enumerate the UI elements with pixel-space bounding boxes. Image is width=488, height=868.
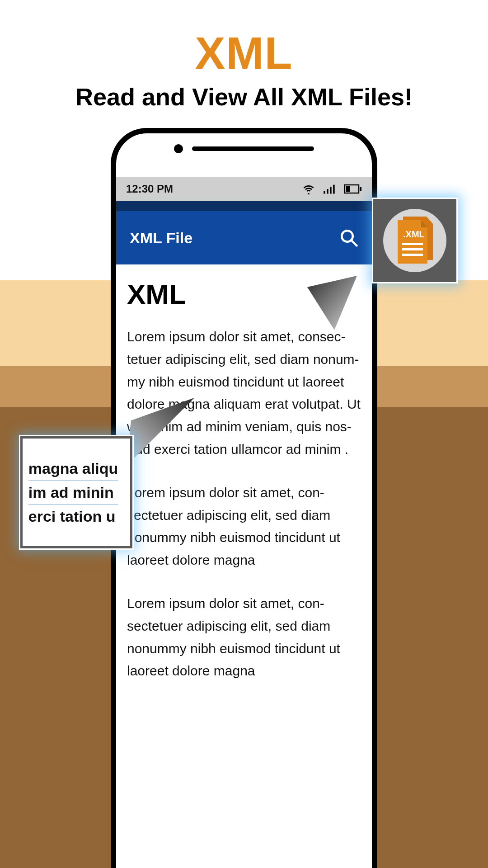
phone-frame: 12:30 PM XML bbox=[111, 128, 377, 868]
svg-rect-6 bbox=[346, 186, 350, 192]
svg-rect-3 bbox=[333, 185, 335, 194]
document-content[interactable]: XML Lorem ipsum dolor sit amet, consec-t… bbox=[116, 264, 372, 868]
zoom-line: erci tation u bbox=[28, 505, 118, 528]
wifi-icon bbox=[302, 184, 315, 194]
zoom-line: magna aliqu bbox=[28, 457, 118, 481]
zoom-preview-callout: magna aliqu im ad minin erci tation u bbox=[23, 439, 130, 546]
phone-notch bbox=[174, 144, 314, 153]
battery-icon bbox=[344, 184, 362, 194]
svg-rect-5 bbox=[360, 187, 361, 191]
appbar-title: XML File bbox=[130, 229, 192, 247]
xml-badge-text: .XML bbox=[403, 229, 425, 239]
svg-line-8 bbox=[351, 240, 357, 245]
svg-marker-9 bbox=[307, 276, 357, 330]
svg-rect-1 bbox=[327, 189, 328, 194]
document-paragraph: Lorem ipsum dolor sit amet, con-sectetue… bbox=[127, 481, 361, 571]
search-icon[interactable] bbox=[339, 228, 358, 247]
svg-rect-12 bbox=[402, 248, 423, 250]
signal-icon bbox=[323, 184, 336, 194]
xml-file-icon: .XML bbox=[393, 216, 436, 265]
hero-title: XML bbox=[0, 27, 488, 79]
status-bar: 12:30 PM bbox=[116, 177, 372, 201]
svg-rect-13 bbox=[402, 254, 423, 256]
hero-subtitle: Read and View All XML Files! bbox=[0, 83, 488, 111]
app-bar: XML File bbox=[116, 211, 372, 264]
svg-rect-11 bbox=[402, 243, 423, 245]
camera-dot-icon bbox=[174, 144, 183, 153]
speaker-icon bbox=[192, 146, 314, 151]
hero: XML Read and View All XML Files! bbox=[0, 27, 488, 111]
status-time: 12:30 PM bbox=[126, 183, 173, 195]
status-icons bbox=[302, 184, 362, 194]
xml-badge-callout: .XML bbox=[373, 199, 456, 282]
svg-rect-0 bbox=[324, 191, 325, 194]
xml-badge-circle: .XML bbox=[383, 209, 446, 272]
appbar-darkstrip bbox=[116, 201, 372, 211]
svg-marker-14 bbox=[127, 398, 194, 466]
callout-arrow-icon bbox=[280, 262, 380, 353]
zoom-line: im ad minin bbox=[28, 481, 118, 505]
svg-rect-2 bbox=[330, 187, 332, 193]
document-paragraph: Lorem ipsum dolor sit amet, con-sectetue… bbox=[127, 592, 361, 682]
